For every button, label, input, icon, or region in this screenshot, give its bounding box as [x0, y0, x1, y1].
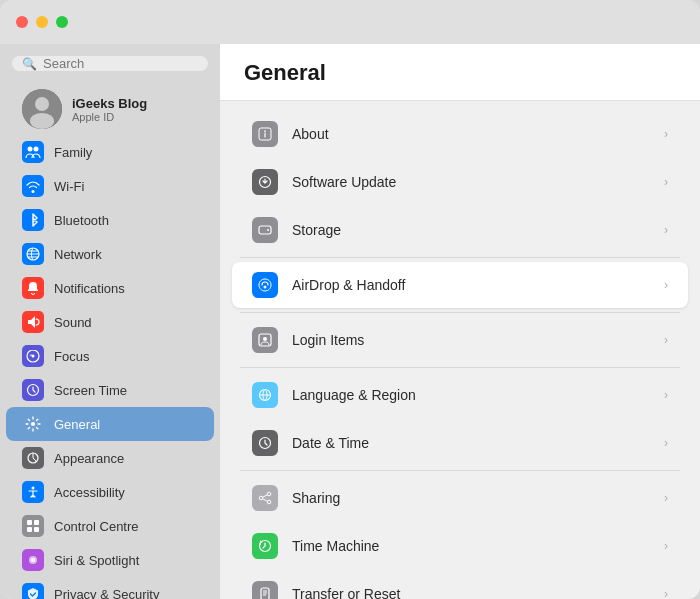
main-layout: 🔍 iGeeks Blog Apple ID — [0, 44, 700, 599]
wifi-icon — [22, 175, 44, 197]
search-bar[interactable]: 🔍 — [12, 56, 208, 71]
sidebar-item-general[interactable]: General — [6, 407, 214, 441]
screen-time-icon — [22, 379, 44, 401]
svg-point-24 — [267, 229, 269, 231]
sidebar-item-accessibility[interactable]: Accessibility — [6, 475, 214, 509]
login-items-chevron: › — [664, 333, 668, 347]
bluetooth-label: Bluetooth — [54, 213, 109, 228]
maximize-button[interactable] — [56, 16, 68, 28]
user-subtitle: Apple ID — [72, 111, 147, 123]
transfer-reset-chevron: › — [664, 587, 668, 599]
list-item-login-items[interactable]: Login Items › — [232, 317, 688, 363]
storage-chevron: › — [664, 223, 668, 237]
list-item-date-time[interactable]: Date & Time › — [232, 420, 688, 466]
date-time-chevron: › — [664, 436, 668, 450]
title-bar — [0, 0, 700, 44]
privacy-security-label: Privacy & Security — [54, 587, 159, 600]
user-info: iGeeks Blog Apple ID — [72, 96, 147, 123]
sharing-icon — [252, 485, 278, 511]
content-header: General — [220, 44, 700, 101]
general-label: General — [54, 417, 100, 432]
language-region-label: Language & Region — [292, 387, 650, 403]
focus-label: Focus — [54, 349, 89, 364]
list-item-sharing[interactable]: Sharing › — [232, 475, 688, 521]
list-item-airdrop-handoff[interactable]: AirDrop & Handoff › — [232, 262, 688, 308]
network-icon — [22, 243, 44, 265]
sidebar-item-network[interactable]: Network — [6, 237, 214, 271]
window: 🔍 iGeeks Blog Apple ID — [0, 0, 700, 599]
svg-point-8 — [31, 422, 35, 426]
svg-point-2 — [30, 113, 54, 129]
siri-spotlight-label: Siri & Spotlight — [54, 553, 139, 568]
user-profile[interactable]: iGeeks Blog Apple ID — [6, 83, 214, 135]
svg-rect-12 — [34, 520, 39, 525]
svg-line-35 — [263, 499, 268, 501]
sidebar-item-family[interactable]: Family — [6, 135, 214, 169]
sidebar-item-appearance[interactable]: Appearance — [6, 441, 214, 475]
list-item-transfer-reset[interactable]: Transfer or Reset › — [232, 571, 688, 599]
list-item-language-region[interactable]: Language & Region › — [232, 372, 688, 418]
appearance-label: Appearance — [54, 451, 124, 466]
sidebar-item-sound[interactable]: Sound — [6, 305, 214, 339]
svg-point-6 — [32, 355, 35, 358]
svg-line-34 — [263, 495, 268, 497]
svg-rect-11 — [27, 520, 32, 525]
about-label: About — [292, 126, 650, 142]
minimize-button[interactable] — [36, 16, 48, 28]
sidebar-item-notifications[interactable]: Notifications — [6, 271, 214, 305]
airdrop-handoff-chevron: › — [664, 278, 668, 292]
accessibility-label: Accessibility — [54, 485, 125, 500]
time-machine-chevron: › — [664, 539, 668, 553]
software-update-icon — [252, 169, 278, 195]
svg-rect-23 — [259, 226, 271, 234]
svg-rect-13 — [27, 527, 32, 532]
content-list: About › Software Update › — [220, 101, 700, 599]
date-time-label: Date & Time — [292, 435, 650, 451]
sound-label: Sound — [54, 315, 92, 330]
close-button[interactable] — [16, 16, 28, 28]
svg-point-3 — [28, 147, 33, 152]
network-label: Network — [54, 247, 102, 262]
svg-point-25 — [264, 286, 267, 289]
list-item-time-machine[interactable]: Time Machine › — [232, 523, 688, 569]
svg-point-4 — [34, 147, 39, 152]
login-items-icon — [252, 327, 278, 353]
storage-label: Storage — [292, 222, 650, 238]
control-centre-icon — [22, 515, 44, 537]
svg-point-31 — [267, 492, 271, 496]
sidebar-item-siri-spotlight[interactable]: Siri & Spotlight — [6, 543, 214, 577]
about-chevron: › — [664, 127, 668, 141]
accessibility-icon — [22, 481, 44, 503]
svg-point-27 — [263, 337, 267, 341]
appearance-icon — [22, 447, 44, 469]
privacy-security-icon — [22, 583, 44, 599]
about-icon — [252, 121, 278, 147]
bluetooth-icon — [22, 209, 44, 231]
svg-rect-14 — [34, 527, 39, 532]
list-item-software-update[interactable]: Software Update › — [232, 159, 688, 205]
software-update-chevron: › — [664, 175, 668, 189]
family-icon — [22, 141, 44, 163]
siri-spotlight-icon — [22, 549, 44, 571]
sidebar-item-bluetooth[interactable]: Bluetooth — [6, 203, 214, 237]
avatar — [22, 89, 62, 129]
traffic-lights — [16, 16, 68, 28]
svg-point-32 — [259, 496, 263, 500]
notifications-icon — [22, 277, 44, 299]
general-icon — [22, 413, 44, 435]
sidebar-item-focus[interactable]: Focus — [6, 339, 214, 373]
sidebar-item-privacy-security[interactable]: Privacy & Security — [6, 577, 214, 599]
sharing-chevron: › — [664, 491, 668, 505]
sidebar-item-screen-time[interactable]: Screen Time — [6, 373, 214, 407]
list-item-storage[interactable]: Storage › — [232, 207, 688, 253]
language-region-chevron: › — [664, 388, 668, 402]
control-centre-label: Control Centre — [54, 519, 139, 534]
airdrop-handoff-label: AirDrop & Handoff — [292, 277, 650, 293]
svg-point-33 — [267, 500, 271, 504]
search-input[interactable] — [43, 56, 198, 71]
sidebar-item-control-centre[interactable]: Control Centre — [6, 509, 214, 543]
screen-time-label: Screen Time — [54, 383, 127, 398]
page-title: General — [244, 60, 326, 85]
list-item-about[interactable]: About › — [232, 111, 688, 157]
sidebar-item-wifi[interactable]: Wi-Fi — [6, 169, 214, 203]
